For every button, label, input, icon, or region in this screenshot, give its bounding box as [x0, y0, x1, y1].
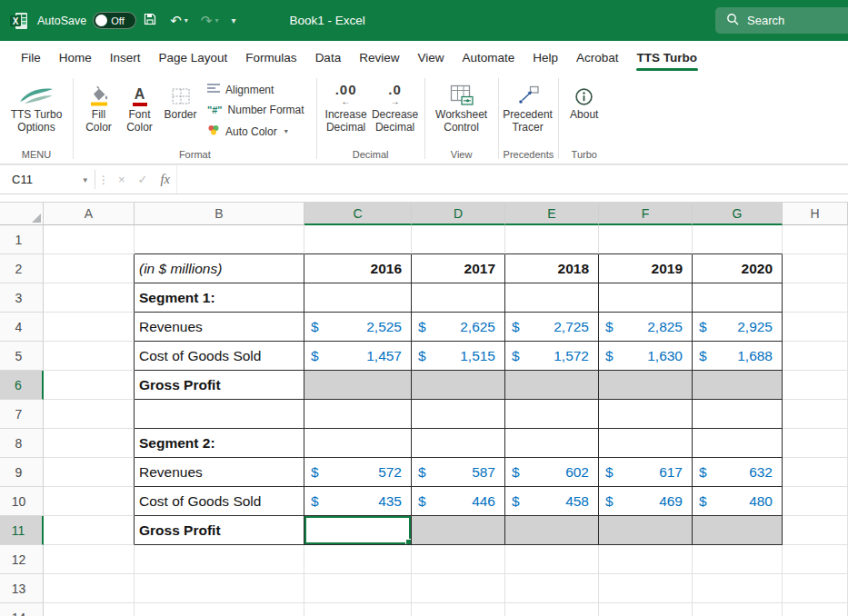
- font-color-button[interactable]: A Font Color: [119, 75, 160, 136]
- cell-A12[interactable]: [44, 545, 135, 574]
- cell-F3[interactable]: [599, 283, 693, 313]
- tab-tts-turbo[interactable]: TTS Turbo: [628, 41, 707, 74]
- tts-turbo-options-button[interactable]: TTS Turbo Options: [5, 75, 68, 136]
- cell-D12[interactable]: [412, 545, 505, 574]
- cell-D11[interactable]: [412, 516, 505, 545]
- cell-G2[interactable]: 2020: [693, 254, 783, 283]
- row-header-14[interactable]: 14: [0, 603, 44, 616]
- row-header-5[interactable]: 5: [0, 342, 44, 371]
- cell-G12[interactable]: [693, 545, 783, 574]
- cell-C4[interactable]: $2,525: [304, 313, 412, 342]
- cell-F9[interactable]: $617: [599, 458, 693, 487]
- auto-color-button[interactable]: Auto Color ▾: [205, 123, 290, 140]
- cell-B7[interactable]: [135, 400, 304, 429]
- cell-E13[interactable]: [505, 574, 599, 603]
- cell-G5[interactable]: $1,688: [693, 342, 783, 371]
- cell-G8[interactable]: [693, 429, 783, 458]
- cell-G6[interactable]: [693, 371, 783, 400]
- column-header-C[interactable]: C: [304, 202, 412, 225]
- cell-A6[interactable]: [44, 371, 135, 400]
- save-button[interactable]: [136, 9, 164, 32]
- cell-E14[interactable]: [505, 603, 599, 616]
- cell-E5[interactable]: $1,572: [505, 342, 599, 371]
- cell-F1[interactable]: [599, 225, 693, 254]
- column-header-H[interactable]: H: [783, 202, 848, 225]
- cell-H14[interactable]: [783, 603, 848, 616]
- undo-button[interactable]: ↶▾: [164, 10, 195, 32]
- enter-icon[interactable]: ✓: [132, 165, 155, 194]
- row-header-9[interactable]: 9: [0, 458, 44, 487]
- cell-H8[interactable]: [783, 429, 848, 458]
- cell-B13[interactable]: [135, 574, 304, 603]
- cell-D10[interactable]: $446: [412, 487, 505, 516]
- tab-automate[interactable]: Automate: [453, 41, 524, 74]
- decrease-decimal-button[interactable]: .0 → Decrease Decimal: [371, 75, 420, 136]
- cell-A2[interactable]: [44, 254, 135, 283]
- tab-page-layout[interactable]: Page Layout: [150, 41, 237, 74]
- cell-F4[interactable]: $2,825: [599, 313, 693, 342]
- cell-H10[interactable]: [783, 487, 848, 516]
- tab-view[interactable]: View: [408, 41, 453, 74]
- cell-A4[interactable]: [44, 313, 135, 342]
- cell-E9[interactable]: $602: [505, 458, 599, 487]
- number-format-button[interactable]: Number Format: [205, 103, 306, 117]
- tab-review[interactable]: Review: [350, 41, 408, 74]
- cell-F12[interactable]: [599, 545, 693, 574]
- cell-F10[interactable]: $469: [599, 487, 693, 516]
- fill-color-button[interactable]: Fill Color: [78, 75, 119, 136]
- cell-E3[interactable]: [505, 283, 599, 313]
- cell-A10[interactable]: [44, 487, 135, 516]
- cell-C3[interactable]: [304, 283, 412, 313]
- cell-E11[interactable]: [505, 516, 599, 545]
- cell-D6[interactable]: [412, 371, 505, 400]
- cell-D9[interactable]: $587: [412, 458, 505, 487]
- cell-E6[interactable]: [505, 371, 599, 400]
- cell-E2[interactable]: 2018: [505, 254, 599, 283]
- cell-F6[interactable]: [599, 371, 693, 400]
- alignment-button[interactable]: Alignment: [205, 82, 275, 97]
- cell-H7[interactable]: [783, 400, 848, 429]
- cell-E10[interactable]: $458: [505, 487, 599, 516]
- formula-input[interactable]: [176, 165, 848, 194]
- fill-handle[interactable]: [405, 539, 411, 544]
- cell-G14[interactable]: [693, 603, 783, 616]
- cell-H5[interactable]: [783, 342, 848, 371]
- cell-A5[interactable]: [44, 342, 135, 371]
- cell-G13[interactable]: [693, 574, 783, 603]
- cell-F14[interactable]: [599, 603, 693, 616]
- cell-C10[interactable]: $435: [304, 487, 412, 516]
- autosave-switch[interactable]: Off: [93, 12, 136, 29]
- autosave-toggle[interactable]: AutoSave Off: [37, 12, 136, 29]
- cell-D3[interactable]: [412, 283, 505, 313]
- cell-C7[interactable]: [304, 400, 412, 429]
- cell-F5[interactable]: $1,630: [599, 342, 693, 371]
- cell-B4[interactable]: Revenues: [135, 313, 304, 342]
- cell-B12[interactable]: [135, 545, 304, 574]
- row-header-10[interactable]: 10: [0, 487, 44, 516]
- cell-H9[interactable]: [783, 458, 848, 487]
- cell-D1[interactable]: [412, 225, 505, 254]
- cell-D13[interactable]: [412, 574, 505, 603]
- cell-B1[interactable]: [135, 225, 304, 254]
- row-header-7[interactable]: 7: [0, 400, 44, 429]
- cell-B3[interactable]: Segment 1:: [135, 283, 304, 313]
- cell-A11[interactable]: [44, 516, 135, 545]
- cell-B6[interactable]: Gross Profit: [135, 371, 304, 400]
- cell-C1[interactable]: [304, 225, 412, 254]
- cell-E1[interactable]: [505, 225, 599, 254]
- cell-H4[interactable]: [783, 313, 848, 342]
- cell-D2[interactable]: 2017: [412, 254, 505, 283]
- cell-D5[interactable]: $1,515: [412, 342, 505, 371]
- cell-D4[interactable]: $2,625: [412, 313, 505, 342]
- cell-E7[interactable]: [505, 400, 599, 429]
- cell-G11[interactable]: [693, 516, 783, 545]
- cell-H6[interactable]: [783, 371, 848, 400]
- column-header-E[interactable]: E: [505, 202, 599, 225]
- cell-D7[interactable]: [412, 400, 505, 429]
- cell-C2[interactable]: 2016: [304, 254, 412, 283]
- increase-decimal-button[interactable]: .00 ← Increase Decimal: [322, 75, 371, 136]
- row-header-4[interactable]: 4: [0, 313, 44, 342]
- cell-B9[interactable]: Revenues: [135, 458, 304, 487]
- cell-A13[interactable]: [44, 574, 135, 603]
- cell-F7[interactable]: [599, 400, 693, 429]
